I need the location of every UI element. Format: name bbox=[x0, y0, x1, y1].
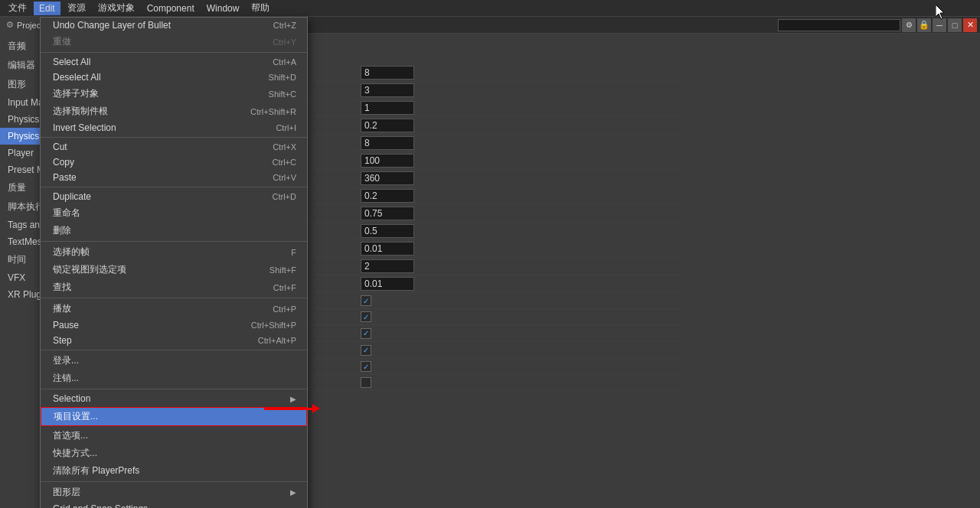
menu-item-redo[interactable]: 重做 Ctrl+Y bbox=[41, 33, 307, 50]
rename-label: 重命名 bbox=[53, 207, 296, 220]
menu-edit[interactable]: Edit bbox=[34, 2, 60, 15]
vel-threshold-input[interactable] bbox=[361, 101, 414, 115]
menu-item-undo[interactable]: Undo Change Layer of Bullet Ctrl+Z bbox=[41, 18, 307, 33]
signin-label: 登录... bbox=[53, 354, 296, 367]
collider-query-checkbox[interactable]: ✓ bbox=[361, 328, 371, 339]
find-shortcut: Ctrl+F bbox=[273, 283, 296, 292]
menu-item-graphics-layers[interactable]: 图形层 ▶ bbox=[41, 484, 307, 501]
gear-icon: ⚙ bbox=[6, 20, 14, 30]
selectall-shortcut: Ctrl+A bbox=[273, 57, 296, 67]
max-trans-input[interactable] bbox=[361, 154, 414, 168]
duplicate-shortcut: Ctrl+D bbox=[273, 192, 296, 201]
sidebar-label-vfx: VFX bbox=[8, 272, 25, 283]
menu-item-deselectall[interactable]: Deselect All Shift+D bbox=[41, 70, 307, 85]
menu-item-selectchildren[interactable]: 选择子对象 Shift+C bbox=[41, 85, 307, 103]
menu-window[interactable]: Window bbox=[201, 2, 245, 15]
step-label: Step bbox=[53, 335, 258, 346]
auto-sim-checkbox[interactable]: ✓ bbox=[361, 295, 371, 306]
menu-item-play[interactable]: 播放 Ctrl+P bbox=[41, 300, 307, 318]
max-angle-input[interactable] bbox=[361, 136, 414, 150]
lockview-shortcut: Shift+F bbox=[270, 265, 296, 275]
shortcuts-label: 快捷方式... bbox=[53, 447, 296, 460]
selectchildren-shortcut: Shift+C bbox=[269, 90, 296, 99]
sidebar-label-graphics: 图形 bbox=[8, 79, 26, 90]
menu-window-label: Window bbox=[207, 3, 240, 14]
edit-dropdown-menu: Undo Change Layer of Bullet Ctrl+Z 重做 Ct… bbox=[40, 17, 308, 508]
baum1-input[interactable] bbox=[361, 189, 414, 203]
menu-item-cut[interactable]: Cut Ctrl+X bbox=[41, 139, 307, 155]
sidebar-label-audio: 音频 bbox=[8, 41, 26, 51]
lockview-label: 锁定视图到选定项 bbox=[53, 263, 270, 276]
maximize-btn[interactable]: □ bbox=[948, 18, 962, 32]
sidebar-label-time: 时间 bbox=[8, 254, 26, 265]
menu-item-step[interactable]: Step Ctrl+Alt+P bbox=[41, 333, 307, 348]
menu-file[interactable]: 文件 bbox=[3, 0, 32, 16]
menu-item-selectprefab[interactable]: 选择预制件根 Ctrl+Shift+R bbox=[41, 103, 307, 120]
invertsel-shortcut: Ctrl+I bbox=[276, 123, 296, 132]
menu-item-find[interactable]: 查找 Ctrl+F bbox=[41, 278, 307, 296]
sleep-time-input[interactable] bbox=[361, 224, 414, 238]
cut-shortcut: Ctrl+X bbox=[273, 142, 296, 151]
menu-item-pause[interactable]: Pause Ctrl+Shift+P bbox=[41, 318, 307, 333]
selection-arrow-icon: ▶ bbox=[290, 395, 296, 403]
graphics-layers-arrow-icon: ▶ bbox=[290, 488, 296, 497]
menu-item-preferences[interactable]: 首选项... bbox=[41, 427, 307, 444]
menu-item-lockview[interactable]: 锁定视图到选定项 Shift+F bbox=[41, 261, 307, 278]
clearprefs-label: 清除所有 PlayerPrefs bbox=[53, 464, 296, 477]
menu-file-label: 文件 bbox=[8, 2, 27, 13]
lock-icon-btn[interactable]: 🔒 bbox=[917, 18, 931, 32]
cut-label: Cut bbox=[53, 142, 273, 152]
menu-item-signout[interactable]: 注销... bbox=[41, 370, 307, 387]
menu-item-paste[interactable]: Paste Ctrl+V bbox=[41, 170, 307, 185]
menu-item-shortcuts[interactable]: 快捷方式... bbox=[41, 444, 307, 462]
graphics-layers-label: 图形层 bbox=[53, 486, 290, 499]
velocity-iter-input[interactable] bbox=[361, 66, 414, 80]
undo-label: Undo Change Layer of Bullet bbox=[53, 20, 273, 31]
menu-gameobject[interactable]: 游戏对象 bbox=[93, 0, 140, 16]
duplicate-label: Duplicate bbox=[53, 191, 273, 202]
menu-component[interactable]: Component bbox=[142, 2, 200, 15]
pause-shortcut: Ctrl+Shift+P bbox=[251, 321, 296, 330]
menu-item-framesel[interactable]: 选择的帧 F bbox=[41, 243, 307, 261]
menu-help[interactable]: 帮助 bbox=[246, 0, 275, 16]
sidebar-label-quality: 质量 bbox=[8, 182, 26, 193]
auto-sync-checkbox[interactable] bbox=[361, 377, 371, 388]
proj-settings-label: 项目设置... bbox=[54, 410, 296, 423]
contact-offset-input[interactable] bbox=[361, 277, 414, 291]
selectprefab-label: 选择预制件根 bbox=[53, 105, 250, 118]
menu-item-selection[interactable]: Selection ▶ bbox=[41, 391, 307, 406]
menu-item-rename[interactable]: 重命名 bbox=[41, 204, 307, 222]
menu-item-delete[interactable]: 删除 bbox=[41, 222, 307, 239]
framesel-label: 选择的帧 bbox=[53, 246, 291, 259]
menu-item-copy[interactable]: Copy Ctrl+C bbox=[41, 155, 307, 170]
max-linear-input[interactable] bbox=[361, 119, 414, 132]
max-rot-input[interactable] bbox=[361, 171, 414, 185]
sidebar-label-physics: Physics bbox=[8, 114, 39, 125]
copy-shortcut: Ctrl+C bbox=[273, 158, 296, 167]
angle-sleep-input[interactable] bbox=[361, 259, 414, 273]
menu-item-invertsel[interactable]: Invert Selection Ctrl+I bbox=[41, 120, 307, 135]
search-input[interactable] bbox=[778, 19, 900, 31]
linear-sleep-input[interactable] bbox=[361, 242, 414, 256]
menu-item-duplicate[interactable]: Duplicate Ctrl+D bbox=[41, 189, 307, 204]
menu-assets[interactable]: 资源 bbox=[62, 0, 91, 16]
callback-disable-checkbox[interactable]: ✓ bbox=[361, 345, 371, 356]
sidebar-label-player: Player bbox=[8, 148, 34, 158]
menu-item-selectall[interactable]: Select All Ctrl+A bbox=[41, 54, 307, 70]
menu-edit-label: Edit bbox=[39, 3, 55, 14]
find-label: 查找 bbox=[53, 281, 273, 294]
settings-icon-btn[interactable]: ⚙ bbox=[902, 18, 916, 32]
menu-item-signin[interactable]: 登录... bbox=[41, 352, 307, 370]
deselectall-label: Deselect All bbox=[53, 72, 269, 83]
play-shortcut: Ctrl+P bbox=[273, 304, 296, 314]
baum2-input[interactable] bbox=[361, 207, 414, 220]
menu-item-gridsnap[interactable]: Grid and Snap Settings... bbox=[41, 501, 307, 508]
menu-item-clearprefs[interactable]: 清除所有 PlayerPrefs bbox=[41, 462, 307, 480]
close-btn[interactable]: ✕ bbox=[963, 18, 977, 32]
preferences-label: 首选项... bbox=[53, 429, 296, 442]
queries-hit-checkbox[interactable]: ✓ bbox=[361, 311, 371, 322]
reuse-callbacks-checkbox[interactable]: ✓ bbox=[361, 361, 371, 372]
copy-label: Copy bbox=[53, 157, 273, 168]
pos-iter-input[interactable] bbox=[361, 83, 414, 97]
minimize-btn[interactable]: ─ bbox=[933, 18, 946, 32]
